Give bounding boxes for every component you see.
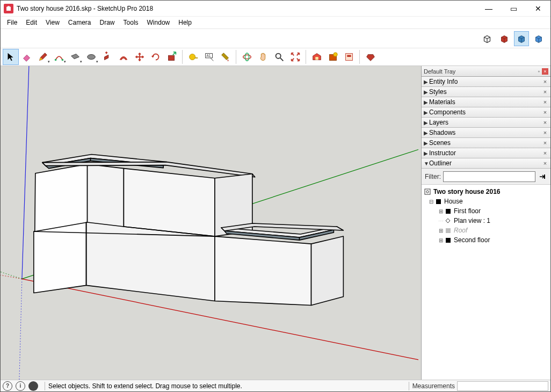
pin-icon[interactable]: ▫ — [538, 69, 540, 74]
toolbar-separator — [306, 50, 307, 64]
panel-close-icon[interactable]: × — [542, 129, 548, 136]
tree-item-second-floor[interactable]: ⊞ Second floor — [423, 235, 549, 245]
app-window: Two story house 2016.skp - SketchUp Pro … — [0, 0, 551, 392]
scale-tool[interactable] — [164, 49, 180, 65]
svg-point-2 — [88, 54, 96, 59]
shaded-red-icon[interactable] — [497, 31, 512, 46]
svg-rect-42 — [425, 189, 430, 194]
warehouse-tool[interactable] — [309, 49, 325, 65]
outliner-tree[interactable]: Two story house 2016 ⊟ House ⊞ First flo… — [422, 185, 550, 380]
tree-twisty[interactable]: ⊞ — [438, 208, 444, 214]
panel-components[interactable]: ▶Components× — [422, 107, 550, 118]
pan-tool[interactable] — [255, 49, 271, 65]
3d-viewport[interactable] — [1, 66, 421, 380]
panel-close-icon[interactable]: × — [542, 119, 548, 126]
panel-close-icon[interactable]: × — [542, 160, 548, 166]
component-icon — [434, 198, 442, 205]
tree-twisty[interactable]: ⊞ — [438, 237, 444, 243]
panel-styles[interactable]: ▶Styles× — [422, 87, 550, 97]
shaded-blue2-icon[interactable] — [531, 31, 546, 46]
arc-tool[interactable]: ▾ — [51, 49, 67, 65]
tray-close-icon[interactable]: × — [542, 68, 548, 75]
menu-bar: File Edit View Camera Draw Tools Window … — [1, 17, 550, 28]
rotate-tool[interactable] — [148, 49, 164, 65]
filter-menu-icon[interactable] — [538, 172, 547, 182]
panel-close-icon[interactable]: × — [542, 150, 548, 156]
component-icon — [444, 227, 452, 234]
offset-tool[interactable] — [115, 49, 132, 65]
pencil-tool[interactable]: ▾ — [35, 49, 51, 65]
person-icon[interactable]: ● — [28, 381, 38, 391]
layout-tool[interactable] — [341, 49, 357, 65]
tree-root[interactable]: Two story house 2016 — [423, 187, 549, 197]
svg-point-8 — [245, 53, 249, 61]
shaded-blue-icon[interactable] — [514, 31, 529, 46]
menu-view[interactable]: View — [41, 18, 64, 27]
tree-item-plan-view[interactable]: ⋯ Plan view : 1 — [423, 216, 549, 226]
move-tool[interactable] — [132, 49, 148, 65]
panel-close-icon[interactable]: × — [542, 78, 548, 85]
menu-window[interactable]: Window — [143, 18, 175, 27]
menu-edit[interactable]: Edit — [21, 18, 41, 27]
window-title: Two story house 2016.skp - SketchUp Pro … — [17, 5, 476, 12]
measurements-box[interactable] — [457, 381, 548, 391]
panel-close-icon[interactable]: × — [542, 89, 548, 95]
text-tool[interactable]: A1 — [201, 49, 218, 65]
svg-point-4 — [190, 54, 195, 60]
panel-entity-info[interactable]: ▶Entity Info× — [422, 77, 550, 87]
main-toolbar: ▾ ▾ ▾ ▾ A1 — [1, 48, 550, 66]
help-icon[interactable]: ? — [3, 381, 12, 391]
rectangle-tool[interactable]: ▾ — [67, 49, 83, 65]
filter-input[interactable] — [443, 171, 535, 182]
panel-close-icon[interactable]: × — [542, 109, 548, 115]
menu-file[interactable]: File — [3, 18, 21, 27]
pushpull-tool[interactable] — [99, 49, 115, 65]
maximize-button[interactable]: ▭ — [501, 1, 526, 17]
menu-draw[interactable]: Draw — [96, 18, 119, 27]
svg-rect-10 — [315, 57, 318, 60]
panel-scenes[interactable]: ▶Scenes× — [422, 138, 550, 148]
paint-tool[interactable] — [218, 49, 234, 65]
orbit-tool[interactable] — [239, 49, 255, 65]
info-icon[interactable]: i — [16, 381, 25, 391]
panel-materials[interactable]: ▶Materials× — [422, 97, 550, 107]
eraser-tool[interactable] — [19, 49, 35, 65]
svg-point-0 — [55, 59, 57, 61]
tray-header[interactable]: Default Tray ▫ × — [422, 66, 550, 77]
tape-tool[interactable] — [185, 49, 201, 65]
model-icon — [424, 188, 431, 195]
zoom-extents-tool[interactable] — [287, 49, 303, 65]
tray-title: Default Tray — [424, 68, 538, 75]
svg-point-9 — [276, 54, 281, 59]
filter-label: Filter: — [425, 173, 441, 180]
svg-point-43 — [426, 191, 429, 193]
wireframe-icon[interactable] — [480, 31, 495, 46]
select-tool[interactable] — [3, 49, 19, 65]
tree-item-first-floor[interactable]: ⊞ First floor — [423, 206, 549, 216]
panel-shadows[interactable]: ▶Shadows× — [422, 128, 550, 138]
tree-twisty[interactable]: ⊞ — [438, 228, 444, 234]
menu-camera[interactable]: Camera — [64, 18, 96, 27]
menu-help[interactable]: Help — [174, 18, 196, 27]
panel-close-icon[interactable]: × — [542, 140, 548, 146]
minimize-button[interactable]: — — [476, 1, 501, 17]
close-button[interactable]: ✕ — [526, 1, 550, 17]
svg-marker-25 — [88, 164, 124, 227]
panel-outliner[interactable]: ▼Outliner× — [422, 158, 550, 169]
extensions-tool[interactable] — [325, 49, 341, 65]
svg-marker-32 — [215, 236, 311, 305]
circle-tool[interactable]: ▾ — [83, 49, 99, 65]
panel-instructor[interactable]: ▶Instructor× — [422, 148, 550, 158]
tree-item-house[interactable]: ⊟ House — [423, 197, 549, 206]
tree-item-roof[interactable]: ⊞ Roof — [423, 226, 549, 235]
tree-twisty[interactable]: ⊟ — [428, 199, 434, 205]
app-icon — [4, 4, 13, 13]
zoom-tool[interactable] — [271, 49, 287, 65]
toolbar-separator — [359, 50, 360, 64]
panel-layers[interactable]: ▶Layers× — [422, 118, 550, 128]
status-hint: Select objects. Shift to extend select. … — [48, 382, 405, 390]
menu-tools[interactable]: Tools — [119, 18, 143, 27]
panel-close-icon[interactable]: × — [542, 99, 548, 105]
ruby-tool[interactable] — [363, 49, 379, 65]
svg-rect-3 — [169, 55, 175, 60]
